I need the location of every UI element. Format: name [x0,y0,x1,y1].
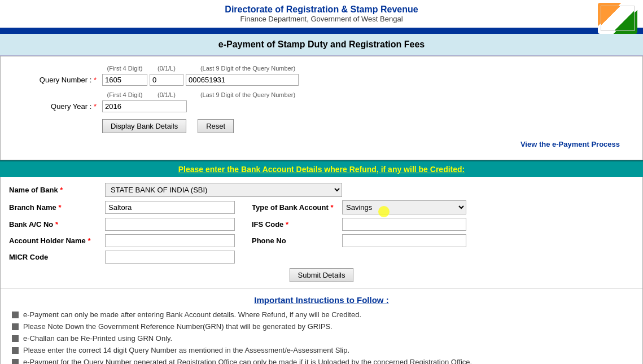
main-form-section: (First 4 Digit) (0/1/L) (Last 9 Digit of… [0,56,643,160]
page-title-bar: e-Payment of Stamp Duty and Registration… [0,34,643,56]
view-link-row: View the e-Payment Process [12,140,631,148]
branch-type-row: Branch Name * Type of Bank Account * Sav… [9,200,634,214]
type-of-account-group: Type of Bank Account * Savings Current [252,200,466,214]
query-number-hints-below: (First 4 Digit) (0/1/L) (Last 9 Digit of… [12,91,631,98]
instruction-text: Please enter the correct 14 digit Query … [23,346,349,354]
bank-section-header-text: Please enter the Bank Account Details wh… [178,165,465,174]
name-of-bank-row: Name of Bank * STATE BANK OF INDIA (SBI)… [9,183,634,197]
bullet-icon [12,359,19,364]
phone-group: Phone No [252,234,466,247]
query-number-row: Query Number : * [12,74,631,86]
list-item: e-Challan can be Re-Printed using GRN On… [12,334,631,343]
micr-row: MICR Code [9,251,634,264]
list-item: e-Payment for the Query Number generated… [12,358,631,364]
hint-01l-below: (0/1/L) [150,91,183,98]
type-of-account-select[interactable]: Savings Current [342,200,466,214]
instruction-text: Please Note Down the Government Referenc… [23,322,333,331]
branch-name-label: Branch Name * [9,203,105,212]
bank-ac-input[interactable] [105,218,235,231]
instructions-title: Important Instructions to Follow : [12,295,631,305]
instruction-text: e-Payment for the Query Number generated… [23,358,472,364]
blue-divider [0,29,643,34]
submit-row: Submit Details [9,268,634,282]
list-item: e-Payment can only be made after enterin… [12,310,631,319]
bullet-icon [12,323,19,330]
header-text: Directorate of Registration & Stamp Reve… [225,5,418,23]
hint-first4-below: (First 4 Digit) [102,91,147,98]
page-title: e-Payment of Stamp Duty and Registration… [218,40,425,49]
phone-label: Phone No [252,236,342,245]
hint-last9: (Last 9 Digit of the Query Number) [191,65,304,72]
display-bank-details-button[interactable]: Display Bank Details [102,119,186,133]
query-number-field3[interactable] [186,74,299,86]
bank-ac-label: Bank A/C No * [9,220,105,229]
query-number-field1[interactable] [102,74,147,86]
page-header: Directorate of Registration & Stamp Reve… [0,0,643,29]
query-year-label: Query Year : * [12,102,102,111]
micr-label: MICR Code [9,253,105,261]
type-of-account-label: Type of Bank Account * [252,203,342,212]
account-ifs-row: Bank A/C No * IFS Code * [9,218,634,231]
name-of-bank-select[interactable]: STATE BANK OF INDIA (SBI) ALLAHABAD BANK… [105,183,342,197]
header-subtitle: Finance Department, Government of West B… [225,15,418,23]
micr-input[interactable] [105,251,235,264]
query-number-field2[interactable] [150,74,183,86]
holder-phone-row: Account Holder Name * Phone No [9,234,634,247]
query-year-input[interactable] [102,100,187,112]
account-holder-label: Account Holder Name * [9,236,105,245]
list-item: Please enter the correct 14 digit Query … [12,346,631,354]
instructions-list: e-Payment can only be made after enterin… [12,310,631,364]
government-logo [598,3,637,34]
list-item: Please Note Down the Government Referenc… [12,322,631,331]
header-title: Directorate of Registration & Stamp Reve… [225,5,418,15]
query-year-row: Query Year : * [12,100,631,112]
instruction-text: e-Challan can be Re-Printed using GRN On… [23,334,172,343]
query-number-inputs [102,74,299,86]
instructions-section: Important Instructions to Follow : e-Pay… [0,288,643,364]
name-of-bank-label: Name of Bank * [9,186,105,194]
hint-01l: (0/1/L) [150,65,183,72]
bullet-icon [12,335,19,342]
branch-name-input[interactable] [105,201,235,214]
account-holder-input[interactable] [105,234,235,247]
query-number-hints: (First 4 Digit) (0/1/L) (Last 9 Digit of… [12,65,631,72]
hint-last9-below: (Last 9 Digit of the Query Number) [191,91,304,98]
ifs-code-group: IFS Code * [252,218,466,231]
phone-input[interactable] [342,234,466,247]
submit-details-button[interactable]: Submit Details [290,268,354,282]
bank-section-header: Please enter the Bank Account Details wh… [0,160,643,177]
bullet-icon [12,312,19,318]
ifs-code-label: IFS Code * [252,220,342,229]
query-number-label: Query Number : * [12,76,102,84]
hint-first4: (First 4 Digit) [102,65,147,72]
bullet-icon [12,347,19,354]
reset-button[interactable]: Reset [198,119,234,133]
view-payment-link[interactable]: View the e-Payment Process [520,140,620,148]
bank-form: Name of Bank * STATE BANK OF INDIA (SBI)… [0,177,643,288]
form-buttons: Display Bank Details Reset [12,119,631,133]
instruction-text: e-Payment can only be made after enterin… [23,310,361,319]
ifs-code-input[interactable] [342,218,466,231]
